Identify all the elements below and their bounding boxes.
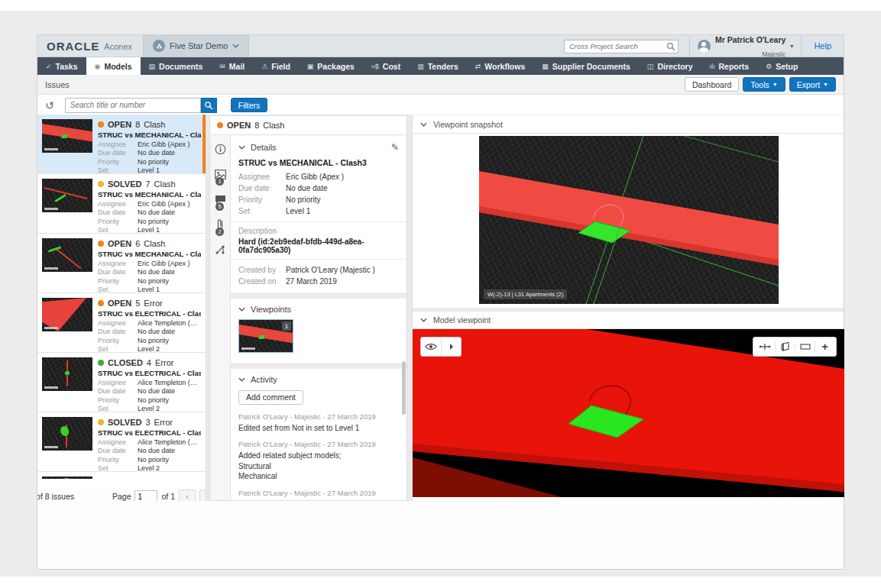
description-value: Hard (id:2eb9edaf-bfdb-449d-a8ea-0fa7dc9… bbox=[238, 237, 399, 254]
chevron-down-icon bbox=[238, 145, 245, 150]
eye-icon[interactable] bbox=[421, 338, 441, 356]
zoom-in-icon[interactable]: + bbox=[815, 341, 834, 353]
issue-list-item[interactable]: SOLVED7ClashSTRUC vs MECHANICAL - Clash2… bbox=[37, 174, 206, 234]
issue-status: SOLVED bbox=[108, 179, 141, 189]
rail-viewpoints-icon[interactable]: 1 bbox=[213, 167, 227, 181]
nav-tab-directory[interactable]: ◫Directory bbox=[639, 57, 701, 75]
details-card: Details ✎ STRUC vs MECHANICAL - Clash3 A… bbox=[231, 136, 406, 294]
nav-tab-label: Cost bbox=[383, 62, 400, 71]
rail-info-icon[interactable] bbox=[213, 142, 227, 156]
divider bbox=[231, 221, 406, 222]
set-value: Level 1 bbox=[286, 205, 310, 217]
nav-tab-supplier-documents[interactable]: ▦Supplier Documents bbox=[533, 57, 639, 75]
user-text: Mr Patrick O'Leary Majestic bbox=[715, 32, 785, 59]
issue-status: OPEN bbox=[108, 299, 131, 308]
chevron-down-icon bbox=[238, 377, 245, 382]
issue-details-header: OPEN 8 Clash bbox=[210, 116, 406, 135]
zoom-window-icon[interactable] bbox=[795, 344, 815, 350]
add-comment-button[interactable]: Add comment bbox=[238, 390, 303, 405]
issue-status: OPEN bbox=[108, 120, 131, 129]
scalebar bbox=[44, 208, 58, 210]
issue-list-item[interactable]: OPEN8ClashSTRUC vs MECHANICAL - Clash3As… bbox=[37, 115, 206, 174]
model-viewpoint-header[interactable]: Model viewpoint bbox=[413, 311, 844, 329]
viewpoint-snapshot-header[interactable]: Viewpoint snapshot bbox=[413, 115, 844, 134]
user-menu[interactable]: Mr Patrick O'Leary Majestic ▾ bbox=[689, 35, 801, 57]
help-link[interactable]: Help bbox=[801, 35, 844, 57]
nav-tab-cost[interactable]: »$Cost bbox=[363, 57, 409, 75]
activity-section-header[interactable]: Activity bbox=[238, 375, 399, 384]
edit-pencil-icon[interactable]: ✎ bbox=[391, 142, 399, 153]
nav-tab-models[interactable]: ◉Models bbox=[86, 57, 141, 75]
activity-text: Structural bbox=[238, 461, 399, 472]
model-viewport[interactable]: + bbox=[413, 329, 844, 497]
nav-tab-label: Models bbox=[104, 62, 131, 71]
status-dot bbox=[98, 419, 104, 425]
chevron-down-icon: ▼ bbox=[772, 82, 778, 87]
issue-status: OPEN bbox=[227, 121, 251, 130]
due-date-value: No due date bbox=[138, 447, 175, 455]
project-selector-label: Five Star Demo bbox=[170, 41, 228, 50]
activity-meta: Patrick O'Leary - Majestic - 27 March 20… bbox=[238, 412, 399, 421]
issue-title: STRUC vs MECHANICAL - Clash3 bbox=[238, 158, 399, 167]
refresh-icon[interactable]: ↺ bbox=[45, 100, 54, 111]
issue-type: Clash bbox=[144, 239, 165, 248]
cross-project-search bbox=[564, 38, 679, 53]
issue-type: Clash bbox=[144, 120, 165, 129]
viewpoints-section-header[interactable]: Viewpoints bbox=[238, 305, 399, 314]
rail-comments-icon[interactable]: 5 bbox=[213, 192, 227, 206]
issue-list-item[interactable]: CLOSED4ErrorSTRUC vs ELECTRICAL - Clash3… bbox=[37, 353, 206, 412]
issue-list-item[interactable]: OPEN5ErrorSTRUC vs ELECTRICAL - Clash4As… bbox=[37, 293, 206, 353]
viewpoint-thumbnail[interactable]: 1 bbox=[238, 319, 293, 353]
project-selector[interactable]: Five Star Demo bbox=[143, 35, 249, 57]
details-section-header[interactable]: Details ✎ bbox=[238, 142, 399, 153]
priority-value: No priority bbox=[138, 158, 169, 166]
header-right: Mr Patrick O'Leary Majestic ▾ Help bbox=[564, 35, 844, 57]
priority-value: No priority bbox=[138, 337, 169, 345]
nav-tab-reports[interactable]: ılıReports bbox=[701, 57, 757, 75]
expand-chevron-icon[interactable] bbox=[441, 338, 461, 356]
details-scroll-area: Details ✎ STRUC vs MECHANICAL - Clash3 A… bbox=[231, 136, 406, 500]
search-icon[interactable] bbox=[666, 40, 675, 54]
dashboard-button[interactable]: Dashboard bbox=[685, 77, 739, 92]
issue-list-item[interactable] bbox=[37, 472, 206, 479]
breadcrumb: Issues bbox=[45, 80, 70, 89]
assignee-label: Assignee bbox=[98, 141, 138, 149]
nav-tab-tenders[interactable]: ▥Tenders bbox=[409, 57, 467, 75]
issue-list-item[interactable]: SOLVED3ErrorSTRUC vs ELECTRICAL - Clash2… bbox=[37, 412, 206, 472]
issue-search bbox=[65, 98, 217, 113]
cross-project-search-input[interactable] bbox=[564, 40, 679, 53]
priority-value: No priority bbox=[138, 218, 169, 226]
export-button[interactable]: Export▼ bbox=[789, 77, 836, 92]
rail-relations-icon[interactable] bbox=[213, 243, 227, 257]
assignee-value: Alice Templeton (Enzic... bbox=[138, 319, 201, 328]
assignee-label: Assignee bbox=[98, 379, 138, 387]
nav-tab-workflows[interactable]: ⇄Workflows bbox=[467, 57, 533, 75]
details-scrollbar[interactable] bbox=[402, 361, 406, 415]
due-date-value: No due date bbox=[138, 387, 175, 396]
nav-tab-field[interactable]: ⚠Field bbox=[253, 57, 299, 75]
issue-type: Clash bbox=[263, 121, 284, 130]
issue-search-input[interactable] bbox=[65, 98, 201, 113]
issue-status: OPEN bbox=[108, 239, 131, 248]
priority-label: Priority bbox=[98, 456, 138, 464]
filters-button[interactable]: Filters bbox=[231, 98, 268, 112]
viewpoints-card: Viewpoints 1 bbox=[231, 299, 406, 364]
prev-page-button[interactable]: ‹ bbox=[179, 489, 196, 501]
page-input[interactable] bbox=[134, 490, 157, 502]
next-page-button[interactable]: › bbox=[199, 489, 206, 501]
nav-tab-tasks[interactable]: ✓Tasks bbox=[37, 57, 86, 75]
nav-tab-packages[interactable]: ▣Packages bbox=[299, 57, 363, 75]
pan-icon[interactable] bbox=[755, 341, 775, 353]
nav-tab-documents[interactable]: ▤Documents bbox=[141, 57, 212, 75]
issue-search-button[interactable] bbox=[201, 98, 217, 113]
tools-button[interactable]: Tools▼ bbox=[743, 77, 785, 92]
issue-list-item[interactable]: OPEN6ClashSTRUC vs MECHANICAL - Clash1As… bbox=[37, 234, 206, 293]
rail-attachments-icon[interactable]: 2 bbox=[213, 218, 227, 231]
nav-tab-mail[interactable]: ✉Mail bbox=[211, 57, 253, 75]
nav-tab-setup[interactable]: ⚙Setup bbox=[757, 57, 806, 75]
assignee-label: Assignee bbox=[98, 260, 138, 268]
snapshot-render bbox=[479, 136, 779, 304]
aconex-app-window: ORACLE Aconex Five Star Demo bbox=[37, 34, 844, 570]
viewpoint-snapshot-image: W(-2)-13 | L31 Apartments (2) bbox=[479, 136, 779, 304]
orbit-cube-icon[interactable] bbox=[775, 341, 795, 352]
